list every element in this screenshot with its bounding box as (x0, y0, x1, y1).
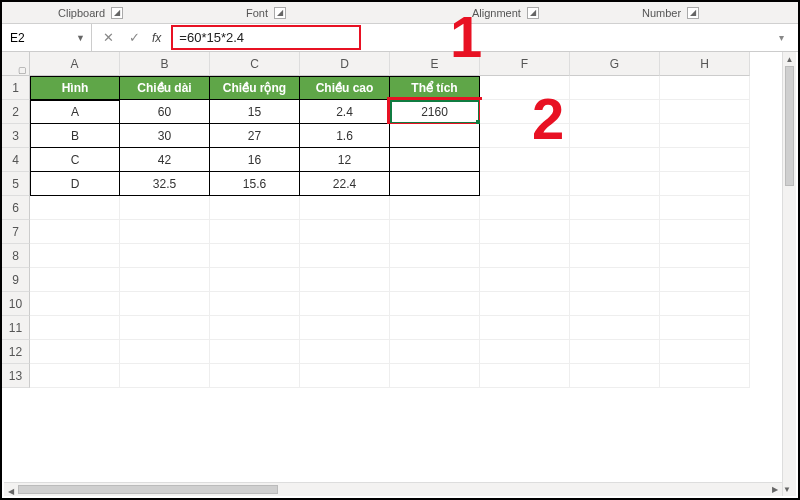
cell[interactable] (570, 340, 660, 364)
cell[interactable] (660, 244, 750, 268)
table-cell[interactable]: 60 (120, 100, 210, 124)
column-header[interactable]: H (660, 52, 750, 76)
row-header[interactable]: 11 (2, 316, 30, 340)
scrollbar-thumb[interactable] (18, 485, 278, 494)
table-cell[interactable]: A (30, 100, 120, 124)
cell[interactable] (480, 244, 570, 268)
row-header[interactable]: 10 (2, 292, 30, 316)
cell[interactable] (480, 292, 570, 316)
scroll-left-icon[interactable]: ◀ (4, 485, 18, 498)
table-header-cell[interactable]: Thể tích (390, 76, 480, 100)
cell[interactable] (120, 364, 210, 388)
cell[interactable] (570, 316, 660, 340)
table-cell[interactable]: 27 (210, 124, 300, 148)
row-header[interactable]: 12 (2, 340, 30, 364)
cell[interactable] (120, 196, 210, 220)
cell[interactable] (300, 340, 390, 364)
cell[interactable] (120, 340, 210, 364)
cell[interactable] (300, 316, 390, 340)
dialog-launcher-icon[interactable]: ◢ (687, 7, 699, 19)
row-header[interactable]: 7 (2, 220, 30, 244)
chevron-down-icon[interactable]: ▼ (76, 33, 85, 43)
fx-icon[interactable]: fx (152, 31, 161, 45)
column-header[interactable]: C (210, 52, 300, 76)
cell[interactable] (120, 316, 210, 340)
table-cell[interactable]: 42 (120, 148, 210, 172)
table-cell[interactable]: B (30, 124, 120, 148)
table-cell[interactable]: 16 (210, 148, 300, 172)
cell[interactable] (210, 244, 300, 268)
cell[interactable] (480, 172, 570, 196)
table-header-cell[interactable]: Chiều dài (120, 76, 210, 100)
column-header[interactable]: A (30, 52, 120, 76)
cell[interactable] (300, 292, 390, 316)
spreadsheet-grid[interactable]: ▢ABCDEFGH1HìnhChiều dàiChiều rộngChiều c… (2, 52, 798, 388)
horizontal-scrollbar[interactable]: ◀ ▶ (4, 482, 782, 496)
cell[interactable] (660, 316, 750, 340)
scroll-up-icon[interactable]: ▲ (783, 52, 796, 66)
cell[interactable] (300, 244, 390, 268)
table-header-cell[interactable]: Hình (30, 76, 120, 100)
scroll-down-icon[interactable]: ▼ (783, 482, 791, 496)
column-header[interactable]: D (300, 52, 390, 76)
cell[interactable] (390, 196, 480, 220)
cell[interactable] (660, 148, 750, 172)
vertical-scrollbar[interactable]: ▲ ▼ (782, 52, 796, 496)
cell[interactable] (120, 220, 210, 244)
cell[interactable] (210, 340, 300, 364)
table-header-cell[interactable]: Chiều cao (300, 76, 390, 100)
cell[interactable] (660, 196, 750, 220)
cell[interactable] (210, 292, 300, 316)
dialog-launcher-icon[interactable]: ◢ (111, 7, 123, 19)
cell[interactable] (210, 316, 300, 340)
row-header[interactable]: 4 (2, 148, 30, 172)
column-header[interactable]: E (390, 52, 480, 76)
cell[interactable] (210, 196, 300, 220)
cell[interactable] (480, 100, 570, 124)
cell[interactable] (480, 124, 570, 148)
cell[interactable] (570, 364, 660, 388)
cell[interactable] (570, 76, 660, 100)
table-cell[interactable]: 2.4 (300, 100, 390, 124)
scroll-right-icon[interactable]: ▶ (768, 483, 782, 496)
table-cell[interactable]: 15.6 (210, 172, 300, 196)
cell[interactable] (570, 220, 660, 244)
cell[interactable] (300, 364, 390, 388)
cell[interactable] (480, 268, 570, 292)
enter-icon[interactable]: ✓ (126, 30, 142, 45)
cell[interactable] (480, 196, 570, 220)
cell[interactable] (390, 340, 480, 364)
row-header[interactable]: 3 (2, 124, 30, 148)
cell[interactable] (210, 364, 300, 388)
cell[interactable] (570, 148, 660, 172)
row-header[interactable]: 6 (2, 196, 30, 220)
table-cell[interactable]: C (30, 148, 120, 172)
table-cell[interactable]: 32.5 (120, 172, 210, 196)
column-header[interactable]: F (480, 52, 570, 76)
name-box[interactable]: ▼ (2, 24, 92, 51)
cell[interactable] (570, 268, 660, 292)
cell[interactable] (570, 292, 660, 316)
cell[interactable] (480, 364, 570, 388)
cell[interactable] (390, 316, 480, 340)
cell[interactable] (120, 244, 210, 268)
dialog-launcher-icon[interactable]: ◢ (274, 7, 286, 19)
table-cell[interactable]: 30 (120, 124, 210, 148)
cell[interactable] (660, 340, 750, 364)
cell[interactable] (660, 76, 750, 100)
cell[interactable] (120, 268, 210, 292)
cell[interactable] (660, 292, 750, 316)
cell[interactable] (390, 244, 480, 268)
table-cell[interactable]: 22.4 (300, 172, 390, 196)
cell[interactable] (390, 292, 480, 316)
cell[interactable] (660, 124, 750, 148)
table-header-cell[interactable]: Chiều rộng (210, 76, 300, 100)
cell[interactable] (660, 268, 750, 292)
row-header[interactable]: 5 (2, 172, 30, 196)
cell[interactable] (30, 268, 120, 292)
cell[interactable] (660, 364, 750, 388)
cell[interactable] (30, 316, 120, 340)
column-header[interactable]: B (120, 52, 210, 76)
select-all-corner[interactable]: ▢ (2, 52, 30, 76)
cell[interactable] (570, 124, 660, 148)
